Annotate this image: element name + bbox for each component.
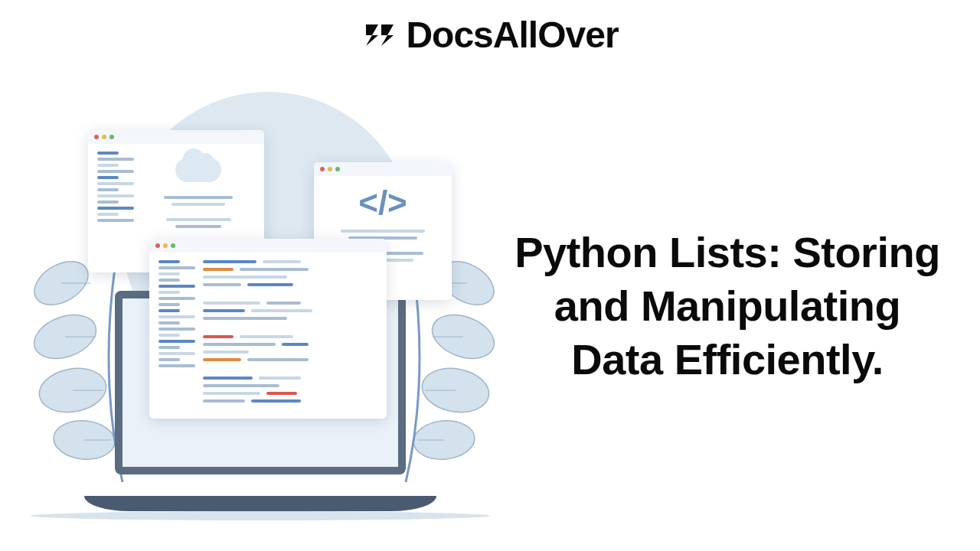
maximize-dot-icon — [171, 243, 175, 248]
code-line — [158, 297, 195, 300]
code-line — [158, 340, 195, 343]
code-line — [158, 260, 180, 263]
code-line — [158, 358, 180, 361]
window-body — [149, 253, 387, 410]
code-line — [172, 203, 225, 206]
code-line — [97, 182, 134, 185]
code-line — [97, 152, 119, 155]
minimize-dot-icon — [102, 135, 106, 139]
title-section: Python Lists: Storing and Manipulating D… — [505, 92, 980, 520]
maximize-dot-icon — [109, 135, 114, 139]
code-line — [164, 196, 233, 199]
code-line — [97, 164, 119, 167]
close-dot-icon — [320, 167, 325, 171]
page-title: Python Lists: Storing and Manipulating D… — [505, 226, 949, 386]
floor-shadow — [31, 511, 490, 520]
code-line — [97, 176, 119, 179]
code-line — [158, 321, 180, 324]
code-line — [158, 303, 180, 306]
code-line — [158, 291, 180, 294]
code-line — [97, 219, 134, 222]
code-line — [341, 230, 425, 233]
code-brackets-icon: </> — [314, 176, 452, 230]
code-line — [158, 309, 180, 312]
maximize-dot-icon — [335, 167, 340, 171]
code-line — [175, 225, 221, 228]
cloud-icon — [175, 158, 221, 182]
code-line — [158, 315, 195, 318]
code-line — [97, 207, 134, 210]
code-line — [97, 158, 134, 161]
minimize-dot-icon — [163, 243, 168, 248]
code-line — [158, 346, 180, 349]
code-line — [158, 328, 195, 331]
illustration: </> — [0, 92, 505, 520]
header: DocsAllOver — [0, 14, 980, 56]
window-titlebar — [314, 162, 452, 176]
code-line — [158, 334, 180, 337]
close-dot-icon — [155, 243, 160, 248]
code-line — [158, 285, 195, 288]
laptop-base — [84, 496, 436, 511]
code-line — [158, 272, 180, 276]
code-line — [158, 352, 195, 355]
minimize-dot-icon — [328, 167, 332, 171]
close-dot-icon — [94, 135, 99, 139]
code-line — [97, 201, 119, 204]
brand-name: DocsAllOver — [406, 14, 618, 56]
code-line — [158, 364, 195, 367]
window-body — [88, 144, 264, 243]
code-line — [158, 266, 195, 269]
window-titlebar — [149, 239, 387, 253]
code-window-main — [149, 239, 387, 419]
code-line — [97, 194, 134, 197]
window-titlebar — [88, 130, 264, 144]
code-line — [97, 170, 134, 173]
code-line — [97, 213, 119, 216]
code-line — [166, 218, 231, 221]
logo-icon — [361, 17, 398, 54]
code-line — [97, 188, 119, 191]
content: </> — [0, 92, 980, 520]
code-line — [158, 279, 180, 282]
